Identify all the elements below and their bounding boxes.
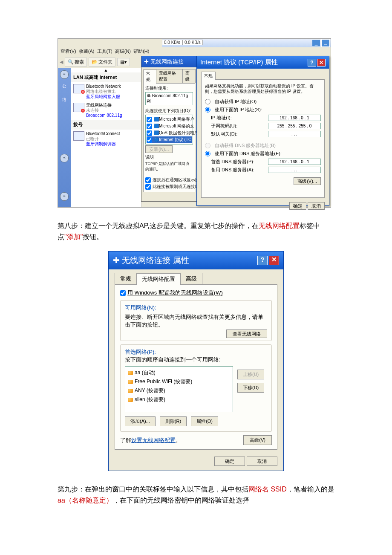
folders-button[interactable]: 📂 文件夹 bbox=[89, 58, 115, 66]
tabs: 常规 无线网络配置 高级 bbox=[115, 273, 277, 285]
list-item: silen (按需要) bbox=[128, 395, 230, 404]
menu-tools[interactable]: 工具(T) bbox=[97, 49, 112, 54]
item-ms-file[interactable]: 🟦Microsoft 网络的文 bbox=[147, 123, 192, 130]
view-networks-button[interactable]: 查看无线网络 bbox=[226, 330, 267, 338]
conn-bluetooth[interactable]: × Bluetooth Network网络电缆被拔出蓝牙局域网接入服 bbox=[71, 82, 141, 101]
radio-manual-dns[interactable]: 使用下面的 DNS 服务器地址(E): bbox=[205, 150, 321, 158]
info-text: 如果网络支持此功能，则可以获取自动指派的 IP 设置。否则，您需要从网络系统管理… bbox=[205, 83, 321, 94]
menu-view[interactable]: 查看(V) bbox=[61, 49, 76, 54]
dialog-title: ✚ 无线网络连接 属性 ? ✕ bbox=[109, 251, 283, 269]
wireless-props-dialog: ✚ 无线网络连接 常规 无线网络配置 高级 连接时使用: 🖶 Broadcom … bbox=[141, 56, 197, 202]
down-button[interactable]: 下移(D) bbox=[237, 383, 264, 393]
sidebar-label-2: 络 bbox=[58, 97, 71, 103]
dns1-label: 首选 DNS 服务器(P): bbox=[211, 159, 265, 165]
close-icon[interactable]: ✕ bbox=[269, 256, 279, 265]
radio-auto-ip[interactable]: 自动获得 IP 地址(O) bbox=[205, 98, 321, 106]
tab-general[interactable]: 常规 bbox=[115, 273, 137, 284]
network-icon: × bbox=[73, 103, 84, 112]
step-8-text: 第八步：建立一个无线虚拟AP,这步是关键。重复第七步的操作，在无线网络配置标签中… bbox=[58, 220, 334, 243]
chk-notify[interactable]: 连接后在通知区域显示图 bbox=[145, 176, 193, 183]
connections-pane: ▲ LAN 或高速 Internet × Bluetooth Network网络… bbox=[71, 68, 141, 207]
tab-general[interactable]: 常规 bbox=[143, 69, 156, 84]
view-button[interactable]: ▦▾ bbox=[117, 58, 130, 66]
ok-button[interactable]: 确定 bbox=[289, 202, 306, 210]
available-label: 可用网络(N): bbox=[125, 304, 267, 312]
ip-field[interactable]: 192 . 168 . 0 . 1 bbox=[268, 115, 321, 121]
up-arrow-icon[interactable]: ▲ bbox=[71, 68, 141, 72]
conn-wireless[interactable]: × 无线网络连接未连接Broadcom 802.11g bbox=[71, 101, 141, 120]
list-item: ANY (按需要) bbox=[128, 386, 230, 395]
conn-bt-modem[interactable]: BluetoothConnect已断开蓝牙调制解调器 bbox=[71, 130, 141, 148]
close-icon[interactable]: ✕ bbox=[317, 59, 326, 66]
step-9-text: 第九步：在弹出的窗口中的关联标签中输入以下信息，其中包括网络名 SSID，笔者输… bbox=[58, 484, 334, 506]
mask-field[interactable]: 255 . 255 . 255 . 0 bbox=[268, 123, 321, 129]
group-preferred: 首选网络(P): 按下面的顺序自动连接到一个可用网络: aa (自动) Free… bbox=[120, 344, 272, 432]
item-qos[interactable]: 🟦QoS 数据包计划程序 bbox=[147, 130, 192, 136]
preferred-label: 首选网络(P): bbox=[125, 348, 267, 356]
tab-wireless[interactable]: 无线网络配置 bbox=[156, 69, 183, 83]
dialog-title: Internet 协议 (TCP/IP) 属性 ? ✕ bbox=[197, 56, 329, 69]
sidebar-expand-1-icon[interactable]: « bbox=[60, 154, 69, 162]
gw-field[interactable]: . . . bbox=[268, 131, 321, 137]
item-tcpip[interactable]: 🔵Internet 协议 (TC bbox=[147, 136, 192, 143]
kb-label-1: 0.0 KB/s bbox=[162, 40, 182, 45]
menu-adv[interactable]: 高级(N) bbox=[115, 49, 131, 54]
tabs: 常规 无线网络配置 高级 bbox=[143, 69, 195, 84]
menu-help[interactable]: 帮助(H) bbox=[133, 49, 149, 54]
dns2-label: 备用 DNS 服务器(A): bbox=[211, 167, 265, 173]
up-button: 上移(U) bbox=[237, 370, 264, 379]
advanced-button[interactable]: 高级(V) bbox=[243, 435, 272, 445]
sidebar-expand-2-icon[interactable]: « bbox=[60, 192, 69, 201]
menu-fav[interactable]: 收藏(A) bbox=[79, 49, 95, 54]
cancel-button[interactable]: 取消 bbox=[308, 202, 325, 210]
sidebar: « 公 络 « « bbox=[58, 68, 71, 207]
preferred-list[interactable]: aa (自动) Free Public WiFi (按需要) ANY (按需要)… bbox=[125, 366, 233, 412]
uses-label: 此连接使用下列项目(O): bbox=[145, 108, 193, 114]
list-item: Free Public WiFi (按需要) bbox=[128, 377, 230, 386]
tab-general[interactable]: 常规 bbox=[201, 72, 216, 80]
maximize-icon[interactable]: □ bbox=[321, 39, 330, 47]
taskbar: 0.0 KB/s 0.0 KB/s _ □ bbox=[162, 39, 331, 48]
dns2-field[interactable]: . . . bbox=[268, 167, 321, 173]
section-dial: 拨号 bbox=[71, 120, 141, 130]
ok-button[interactable]: 确定 bbox=[214, 457, 245, 466]
chk-use-windows[interactable]: 用 Windows 配置我的无线网络设置(W) bbox=[120, 289, 272, 297]
properties-button[interactable]: 属性(O) bbox=[191, 416, 218, 426]
minimize-icon[interactable]: _ bbox=[312, 39, 320, 47]
tab-adv[interactable]: 高级 bbox=[180, 273, 202, 284]
mask-label: 子网掩码(U): bbox=[211, 123, 265, 129]
dialog-title: ✚ 无线网络连接 bbox=[141, 56, 197, 67]
advanced-button[interactable]: 高级(V)... bbox=[294, 177, 321, 185]
radio-manual-ip[interactable]: 使用下面的 IP 地址(S): bbox=[205, 106, 321, 114]
learn-link[interactable]: 设置无线网络配置 bbox=[131, 437, 176, 443]
sidebar-label-1: 公 bbox=[58, 83, 71, 89]
add-button[interactable]: 添加(A)... bbox=[125, 416, 156, 426]
screenshot-2: ✚ 无线网络连接 属性 ? ✕ 常规 无线网络配置 高级 用 Windows 配… bbox=[108, 251, 284, 471]
tab-wireless[interactable]: 无线网络配置 bbox=[136, 273, 181, 285]
tcpip-dialog: Internet 协议 (TCP/IP) 属性 ? ✕ 常规 如果网络支持此功能… bbox=[196, 56, 329, 206]
radio-auto-dns: 自动获得 DNS 服务器地址(B) bbox=[205, 142, 321, 150]
adapter-field: 🖶 Broadcom 802.11g 网 bbox=[145, 92, 193, 105]
group-available: 可用网络(N): 要连接、断开区域内无线网络或查找有关更多信息，请单击下面的按钮… bbox=[120, 300, 272, 341]
kb-label-2: 0.0 KB/s bbox=[182, 40, 203, 45]
ip-label: IP 地址(I): bbox=[211, 115, 265, 121]
help-icon[interactable]: ? bbox=[308, 59, 316, 66]
back-icon[interactable]: ◀ bbox=[60, 59, 63, 65]
item-ms-client[interactable]: 🟦Microsoft 网络客户 bbox=[147, 116, 192, 123]
preferred-text: 按下面的顺序自动连接到一个可用网络: bbox=[125, 356, 267, 364]
cancel-button[interactable]: 取消 bbox=[247, 457, 277, 466]
section-lan: LAN 或高速 Internet bbox=[71, 72, 141, 82]
sidebar-collapse-icon[interactable]: « bbox=[60, 70, 69, 79]
available-text: 要连接、断开区域内无线网络或查找有关更多信息，请单击下面的按钮。 bbox=[125, 313, 267, 329]
dns1-field[interactable]: 192 . 168 . 0 . 1 bbox=[268, 159, 321, 165]
help-icon[interactable]: ? bbox=[257, 256, 268, 265]
tab-adv[interactable]: 高级 bbox=[182, 69, 196, 83]
delete-button[interactable]: 删除(R) bbox=[160, 416, 187, 426]
gw-label: 默认网关(D): bbox=[211, 131, 265, 137]
chk-limited[interactable]: 此连接被限制或无连接时 bbox=[145, 183, 193, 190]
learn-text: 了解设置无线网络配置。 bbox=[120, 436, 181, 444]
desc-label: 说明 bbox=[145, 154, 193, 160]
search-button[interactable]: 🔍 搜索 bbox=[65, 58, 87, 66]
signal-icon bbox=[128, 389, 133, 393]
network-icon bbox=[73, 131, 84, 141]
